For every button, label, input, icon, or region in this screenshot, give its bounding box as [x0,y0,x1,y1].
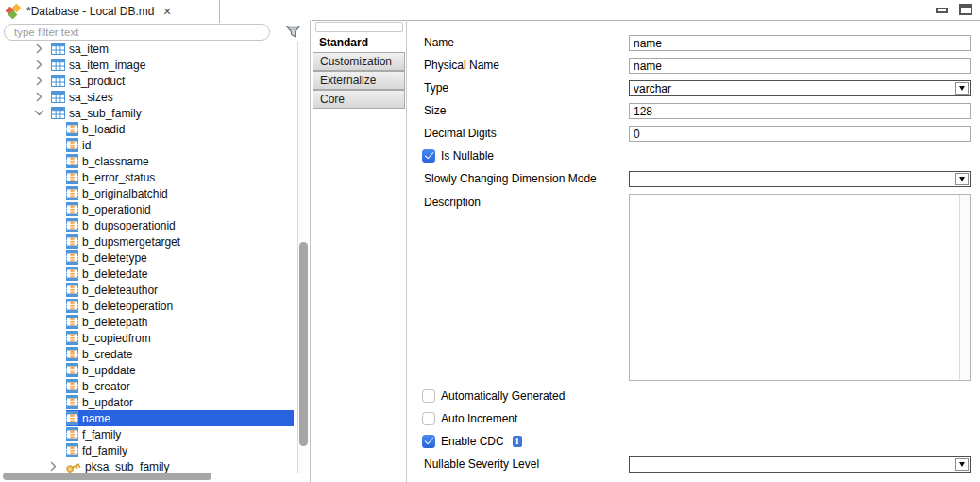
column-icon [66,427,78,441]
tree-horizontal-scrollbar-thumb[interactable] [3,473,211,480]
tree-item-body[interactable]: b_error_status [66,169,159,185]
decimal-digits-field[interactable] [629,126,971,142]
tree-item[interactable]: b_dupsoperationid [0,217,296,233]
tree-item-body[interactable]: sa_item_image [51,57,149,73]
tree-item-body[interactable]: b_loadid [66,121,128,137]
minimize-icon[interactable] [936,8,948,13]
tree-item-body[interactable]: id [66,137,94,153]
description-textarea[interactable] [629,194,971,381]
tree-item-body[interactable]: b_operationid [66,201,155,217]
tree-item[interactable]: b_credate [0,346,296,362]
tree-item[interactable]: b_deleteoperation [0,298,296,314]
name-label: Name [424,35,454,51]
tree-item[interactable]: b_originalbatchid [0,185,296,201]
tree-item-body[interactable]: sa_item [51,41,112,57]
tree-item[interactable]: b_creator [0,378,296,394]
tree-item[interactable]: b_copiedfrom [0,330,296,346]
chevron-right-icon[interactable] [36,43,51,54]
tree-item-body[interactable]: b_dupsmergetarget [66,233,184,250]
table-icon [51,91,65,103]
tree-item[interactable]: b_classname [0,153,296,169]
tree-item-body[interactable]: b_creator [66,378,134,394]
type-dropdown[interactable]: varchar [629,80,971,96]
tree-item[interactable]: b_dupsmergetarget [0,233,296,250]
tree-item[interactable]: sa_sub_family [0,105,296,121]
tree-item[interactable]: sa_sizes [0,89,296,105]
tab-customization[interactable]: Customization [313,52,405,71]
is-nullable-checkbox[interactable] [422,149,435,163]
tree-item-body[interactable]: b_originalbatchid [66,185,172,201]
chevron-right-icon[interactable] [36,92,51,102]
tree: sa_item sa_item_image sa_product sa_size… [0,41,296,474]
editor-tab-database-local-db[interactable]: *Database - Local DB.md ✕ [0,0,220,23]
tree-item[interactable]: b_deletepath [0,314,296,330]
maximize-icon[interactable] [959,4,972,15]
tree-item-body[interactable]: b_copiedfrom [66,330,155,346]
tree-item-label: b_deletepath [82,316,147,329]
size-field[interactable] [629,103,971,119]
tree-item-label: sa_item_image [69,59,145,72]
tree-item-body[interactable]: sa_sizes [51,89,117,105]
tree-item-body[interactable]: b_upddate [66,362,140,378]
column-icon [66,347,78,361]
tree-item-body[interactable]: name [66,410,294,426]
tree-item-body[interactable]: fd_family [66,442,131,458]
tree-item[interactable]: b_updator [0,394,296,410]
tab-standard[interactable]: Standard [313,33,405,51]
tree-item-body[interactable]: b_deletepath [66,314,151,330]
tree-item-body[interactable]: b_deletetype [66,250,151,266]
chevron-right-icon[interactable] [36,76,51,86]
column-icon [66,331,78,345]
tree-item-body[interactable]: b_deleteoperation [66,298,177,314]
filter-funnel-icon[interactable] [285,24,301,40]
tree-item[interactable]: b_operationid [0,201,296,217]
column-icon [66,202,78,216]
column-icon [66,379,78,393]
tree-item[interactable]: sa_item_image [0,57,296,73]
tree-item[interactable]: b_deleteauthor [0,282,296,298]
description-scrollbar[interactable] [959,195,970,380]
tree-item-body[interactable]: f_family [66,426,125,442]
tree-item[interactable]: sa_product [0,73,296,89]
scd-mode-dropdown[interactable] [629,171,971,187]
dropdown-arrow-button[interactable] [955,82,969,95]
close-icon[interactable]: ✕ [162,6,171,18]
dropdown-arrow-button[interactable] [955,458,969,471]
tab-externalize[interactable]: Externalize [313,71,405,90]
tree-item[interactable]: b_deletetype [0,250,296,266]
physical-name-field[interactable] [629,58,971,74]
tree-item-body[interactable]: b_credate [66,346,136,362]
tree-item-body[interactable]: b_deletedate [66,266,151,282]
tree-item[interactable]: fd_family [0,442,296,458]
tree-item-body[interactable]: b_deleteauthor [66,282,161,298]
tree-item-body[interactable]: sa_sub_family [51,105,145,121]
tab-core[interactable]: Core [313,90,405,109]
chevron-down-icon[interactable] [36,108,51,118]
tree-item-body[interactable]: b_dupsoperationid [66,217,179,233]
enable-cdc-checkbox[interactable] [422,435,435,448]
description-label: Description [424,195,481,211]
tree-item[interactable]: f_family [0,426,296,442]
tree-item[interactable]: id [0,137,296,153]
tree-item-body[interactable]: b_updator [66,394,137,410]
column-icon [66,170,78,184]
chevron-right-icon[interactable] [50,461,65,472]
filter-input[interactable] [4,24,270,41]
tree-item[interactable]: b_upddate [0,362,296,378]
nullable-severity-dropdown[interactable] [629,456,971,473]
tree-item[interactable]: b_error_status [0,169,296,185]
dropdown-arrow-button[interactable] [955,173,969,185]
tree-item[interactable]: sa_item [0,41,296,57]
tree-item[interactable]: name [0,410,296,426]
tree-vertical-scrollbar-thumb[interactable] [299,242,308,446]
tree-item[interactable]: b_deletedate [0,266,296,282]
chevron-right-icon[interactable] [36,60,51,70]
table-icon [51,43,65,55]
tree-item-body[interactable]: sa_product [51,73,128,89]
auto-generated-checkbox[interactable] [422,389,435,403]
name-field[interactable] [629,35,971,51]
tree-item[interactable]: b_loadid [0,121,296,137]
auto-increment-checkbox[interactable] [422,412,435,425]
tree-item-body[interactable]: b_classname [66,153,153,169]
table-icon [51,59,65,71]
